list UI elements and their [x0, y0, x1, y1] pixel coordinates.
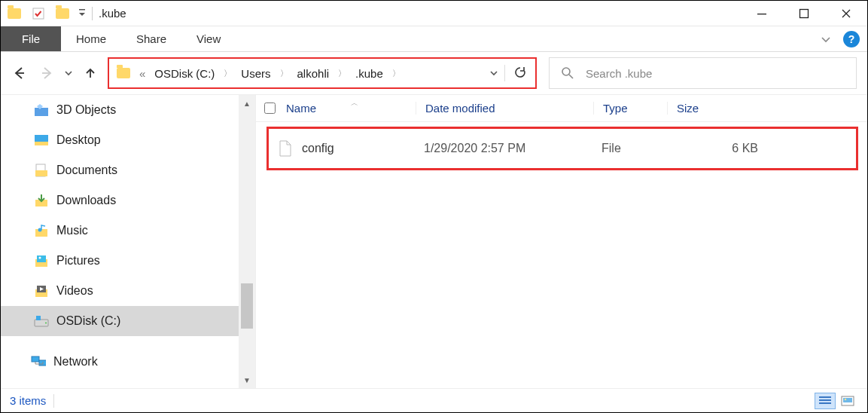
ribbon-expand-button[interactable]: [813, 26, 839, 51]
search-input[interactable]: Search .kube: [549, 57, 857, 89]
tree-item-documents[interactable]: Documents: [1, 155, 239, 185]
tree-item-music[interactable]: Music: [1, 216, 239, 246]
breadcrumb-seg-3[interactable]: .kube: [348, 59, 391, 87]
back-button[interactable]: [7, 60, 32, 86]
tree-item-label: Documents: [56, 164, 117, 177]
svg-point-20: [45, 323, 47, 324]
svg-point-28: [845, 398, 846, 399]
file-list: Name ︿ Date modified Type Size config 1/…: [256, 95, 867, 388]
highlighted-row-wrap: config 1/29/2020 2:57 PM File 6 KB: [266, 127, 858, 170]
refresh-button[interactable]: [505, 66, 535, 81]
folder-icon: [34, 253, 49, 268]
quick-access-toolbar: [2, 3, 90, 24]
properties-qat-button[interactable]: [26, 3, 50, 24]
address-dropdown-button[interactable]: [483, 67, 504, 80]
separator: [90, 3, 94, 24]
sort-indicator-icon: ︿: [351, 98, 358, 109]
tree-item-network[interactable]: Network: [1, 347, 239, 377]
file-date: 1/29/2020 2:57 PM: [424, 142, 602, 155]
column-headers: Name ︿ Date modified Type Size: [256, 95, 867, 122]
svg-rect-1: [79, 9, 85, 11]
breadcrumb-seg-1[interactable]: Users: [233, 59, 278, 87]
close-button[interactable]: [825, 1, 867, 26]
forward-button[interactable]: [34, 60, 59, 86]
chevron-right-icon[interactable]: 〉: [279, 68, 290, 79]
scrollbar[interactable]: ▲ ▼: [239, 95, 255, 388]
column-name[interactable]: Name ︿: [283, 102, 416, 115]
svg-rect-25: [819, 402, 831, 404]
tree-item-label: 3D Objects: [56, 103, 116, 117]
file-type: File: [602, 142, 674, 155]
file-name: config: [302, 142, 424, 155]
svg-point-15: [39, 257, 41, 259]
navigation-pane[interactable]: 3D Objects Desktop Documents Downloads: [1, 95, 255, 388]
separator: [53, 394, 54, 408]
address-bar[interactable]: « OSDisk (C:) 〉 Users 〉 alkohli 〉 .kube …: [108, 57, 537, 89]
breadcrumb-seg-0[interactable]: OSDisk (C:): [147, 59, 222, 87]
tree-item-downloads[interactable]: Downloads: [1, 185, 239, 216]
recent-locations-button[interactable]: [61, 60, 76, 86]
folder-qat-button[interactable]: [50, 3, 75, 24]
column-type[interactable]: Type: [593, 102, 667, 115]
svg-rect-2: [757, 14, 766, 14]
chevron-right-icon[interactable]: 〉: [337, 68, 348, 79]
chevron-right-icon[interactable]: 〉: [222, 68, 233, 79]
help-button[interactable]: ?: [843, 31, 860, 47]
tree-item-label: Videos: [56, 284, 93, 298]
tree-item-pictures[interactable]: Pictures: [1, 246, 239, 276]
search-placeholder: Search .kube: [586, 67, 652, 80]
breadcrumb-overflow[interactable]: «: [138, 59, 147, 87]
scroll-up-button[interactable]: ▲: [239, 95, 255, 112]
minimize-button[interactable]: [741, 1, 783, 26]
ribbon: File Home Share View ?: [1, 26, 867, 52]
svg-rect-23: [819, 396, 831, 398]
network-icon: [31, 354, 46, 369]
file-tab[interactable]: File: [1, 26, 61, 51]
svg-rect-21: [32, 356, 39, 362]
search-icon: [560, 66, 575, 81]
navigation-bar: « OSDisk (C:) 〉 Users 〉 alkohli 〉 .kube …: [1, 52, 867, 94]
tree-item-label: Pictures: [56, 254, 100, 268]
details-view-button[interactable]: [815, 393, 836, 409]
tree-item-label: OSDisk (C:): [56, 314, 120, 328]
folder-icon: [34, 223, 49, 238]
chevron-right-icon[interactable]: 〉: [391, 68, 402, 79]
column-name-label: Name: [286, 102, 316, 115]
spacer: [1, 336, 239, 347]
tree-item-label: Downloads: [56, 194, 116, 207]
tree-item-label: Desktop: [56, 133, 101, 147]
tab-view[interactable]: View: [181, 26, 236, 51]
scrollbar-thumb[interactable]: [241, 283, 253, 329]
svg-rect-7: [35, 142, 48, 145]
qat-customize-button[interactable]: [75, 3, 90, 24]
tree-item-videos[interactable]: Videos: [1, 276, 239, 306]
window-controls: [741, 1, 867, 26]
up-button[interactable]: [78, 60, 103, 86]
file-row[interactable]: config 1/29/2020 2:57 PM File 6 KB: [269, 133, 856, 164]
column-size[interactable]: Size: [667, 102, 699, 115]
column-date[interactable]: Date modified: [416, 102, 593, 115]
folder-icon: [109, 59, 138, 87]
scroll-down-button[interactable]: ▼: [239, 372, 255, 388]
folder-icon: [2, 3, 26, 24]
svg-rect-3: [800, 9, 809, 17]
tab-share[interactable]: Share: [121, 26, 181, 51]
tree-item-3d-objects[interactable]: 3D Objects: [1, 95, 239, 125]
folder-icon: [34, 283, 49, 298]
tab-home[interactable]: Home: [61, 26, 121, 51]
thumbnails-view-button[interactable]: [837, 393, 858, 409]
main-area: 3D Objects Desktop Documents Downloads: [1, 94, 867, 388]
breadcrumb-seg-2[interactable]: alkohli: [290, 59, 337, 87]
maximize-button[interactable]: [783, 1, 825, 26]
titlebar: .kube: [1, 1, 867, 26]
tree-item-osdisk[interactable]: OSDisk (C:): [1, 306, 239, 336]
drive-icon: [34, 314, 49, 329]
folder-icon: [34, 163, 49, 178]
file-icon: [269, 140, 302, 157]
tree-item-desktop[interactable]: Desktop: [1, 125, 239, 155]
window-title: .kube: [99, 7, 126, 20]
svg-rect-9: [35, 170, 47, 176]
select-all-checkbox[interactable]: [256, 102, 283, 114]
status-bar: 3 items: [1, 388, 867, 412]
svg-rect-19: [36, 316, 41, 320]
